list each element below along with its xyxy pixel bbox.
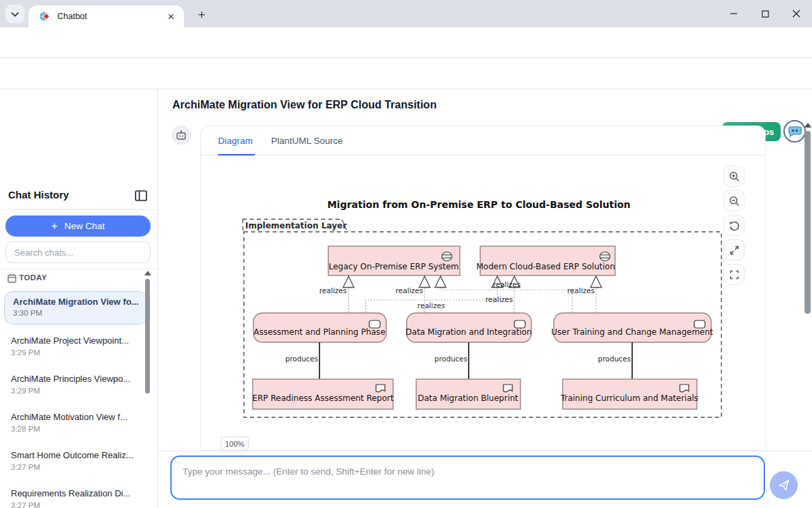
minimize-icon (730, 10, 738, 18)
chat-item[interactable]: ArchiMate Motivation View f... 3:28 PM (4, 406, 144, 445)
chat-item-title: ArchiMate Principles Viewpo... (11, 374, 137, 384)
sidebar-scrollbar[interactable] (145, 279, 150, 393)
tab-search-button[interactable] (5, 5, 25, 23)
tab-title: Chatbot (57, 12, 165, 21)
chat-item[interactable]: Requirements Realization Di... 3:27 PM (4, 483, 144, 508)
chat-item-selected[interactable]: ArchiMate Migration View fo... 3:30 PM (4, 291, 148, 325)
chat-item-time: 3:29 PM (11, 387, 137, 395)
page-title: ArchiMate Migration View for ERP Cloud T… (172, 99, 437, 111)
browser-tab-strip: Chatbot ✕ + (0, 0, 812, 27)
chat-item-title: Smart Home Outcome Realiz... (11, 450, 137, 460)
window-close-button[interactable] (781, 0, 812, 27)
browser-tab-chatbot[interactable]: Chatbot ✕ (29, 5, 184, 27)
new-chat-button[interactable]: + New Chat (5, 215, 151, 237)
chatbot-widget-button[interactable] (783, 120, 806, 143)
divider (0, 269, 157, 269)
collapse-sidebar-button[interactable] (134, 189, 149, 203)
produces-lines (319, 342, 632, 379)
work-package-assessment-node[interactable]: Assessment and Planning Phase (253, 313, 386, 342)
produces-label: produces (435, 355, 467, 363)
zoom-in-icon (729, 171, 740, 182)
send-plane-icon (777, 479, 790, 492)
search-chats-input[interactable] (5, 241, 151, 263)
deliverable-blueprint-node[interactable]: Data Migration Blueprint (416, 379, 520, 409)
chat-robot-icon (787, 125, 802, 138)
expand-button[interactable] (723, 239, 745, 260)
zoom-in-button[interactable] (723, 166, 745, 187)
archimate-diagram: Migration from On-Premise ERP to Cloud-B… (240, 192, 723, 424)
wp-data-label: Data Migration and Integration (405, 327, 531, 337)
plateau-legacy-label: Legacy On-Premise ERP System (329, 262, 459, 271)
del-report-label: ERP Readiness Assessment Report (252, 393, 394, 403)
realizes-label: realizes (418, 301, 445, 310)
send-button[interactable] (770, 471, 798, 499)
visual-paradigm-favicon (40, 11, 50, 22)
chevron-down-icon (11, 12, 19, 17)
chat-item[interactable]: ArchiMate Project Viewpoint... 3:29 PM (4, 330, 144, 368)
plateau-icon (600, 252, 610, 261)
realizes-label: realizes (493, 280, 520, 288)
assistant-avatar (172, 125, 191, 145)
chat-item-title: ArchiMate Project Viewpoint... (11, 335, 137, 346)
tab-diagram[interactable]: Diagram (218, 136, 253, 146)
plateau-modern-label: Modern Cloud-Based ERP Solution (476, 262, 615, 271)
work-package-icon (514, 320, 525, 328)
close-icon (792, 10, 800, 18)
fullscreen-button[interactable] (723, 264, 745, 285)
reset-view-button[interactable] (723, 215, 745, 236)
chat-history-sidebar: Chat History + New Chat TODAY ArchiMate … (0, 89, 158, 508)
zoom-out-button[interactable] (723, 190, 745, 211)
new-tab-button[interactable]: + (193, 7, 210, 23)
divider (0, 209, 157, 210)
active-tab-underline (218, 154, 255, 155)
reset-rotate-icon (729, 220, 740, 231)
work-package-icon (369, 320, 380, 328)
chat-item-time: 3:28 PM (11, 425, 137, 433)
sidebar-scroll-up-arrow[interactable] (144, 271, 151, 275)
work-package-icon (694, 320, 705, 328)
message-input[interactable] (170, 455, 765, 500)
section-label-today: TODAY (19, 273, 47, 282)
chat-item-title: ArchiMate Migration View fo... (13, 297, 139, 307)
expand-arrows-icon (729, 245, 740, 256)
del-blueprint-label: Data Migration Blueprint (418, 393, 518, 403)
chat-item-title: Requirements Realization Di... (11, 488, 137, 498)
app-header: Chatbot Powered by Visual Paradigm More … (0, 58, 812, 89)
window-maximize-button[interactable] (749, 0, 781, 27)
realizes-label: realizes (396, 286, 423, 295)
page-scroll-up-arrow[interactable] (805, 123, 811, 128)
plateau-modern-node[interactable]: Modern Cloud-Based ERP Solution (476, 246, 615, 275)
plateau-icon (442, 252, 452, 261)
del-training-label: Training Curriculum and Materials (560, 393, 698, 403)
new-chat-label: New Chat (65, 221, 105, 231)
zoom-out-icon (729, 196, 740, 207)
tab-plantuml-source[interactable]: PlantUML Source (271, 136, 343, 146)
plus-icon: + (51, 220, 57, 233)
fullscreen-corners-icon (729, 269, 740, 280)
sidebar-heading: Chat History (8, 189, 69, 200)
tab-close-icon[interactable]: ✕ (165, 10, 177, 23)
diagram-zoom-level: 100% (221, 436, 249, 451)
deliverable-report-node[interactable]: ERP Readiness Assessment Report (252, 379, 394, 409)
deliverable-training-node[interactable]: Training Curriculum and Materials (560, 379, 698, 409)
page-scrollbar[interactable] (805, 131, 811, 314)
maximize-icon (762, 10, 769, 18)
chat-item[interactable]: Smart Home Outcome Realiz... 3:27 PM (4, 445, 144, 483)
calendar-icon (7, 273, 16, 283)
realizes-label: realizes (319, 286, 347, 295)
work-package-training-node[interactable]: User Training and Change Management (551, 313, 713, 342)
window-minimize-button[interactable] (718, 0, 749, 27)
chat-item-time: 3:27 PM (11, 463, 137, 471)
wp-training-label: User Training and Change Management (551, 327, 713, 337)
chat-item-title: ArchiMate Motivation View f... (11, 412, 137, 422)
chat-item-time: 3:29 PM (11, 348, 137, 357)
realizes-label: realizes (486, 295, 513, 303)
wp-assessment-label: Assessment and Planning Phase (253, 327, 386, 337)
work-package-data-node[interactable]: Data Migration and Integration (405, 313, 531, 342)
produces-label: produces (285, 355, 318, 363)
realization-lines (349, 288, 596, 313)
chat-item-time: 3:30 PM (13, 309, 139, 317)
produces-label: produces (598, 355, 631, 363)
chat-item[interactable]: ArchiMate Principles Viewpo... 3:29 PM (4, 368, 144, 406)
plateau-legacy-node[interactable]: Legacy On-Premise ERP System (328, 246, 460, 275)
